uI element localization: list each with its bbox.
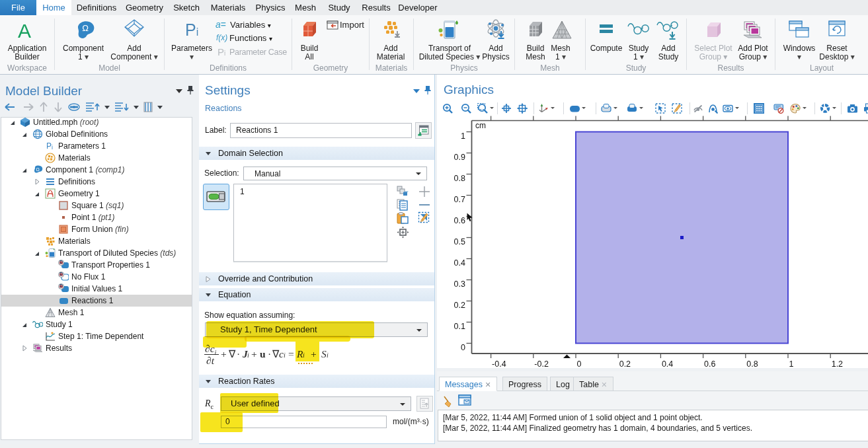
svg-text:1: 1: [789, 359, 794, 368]
svg-text:P: P: [46, 141, 52, 151]
svg-text:Ω: Ω: [82, 23, 89, 33]
svg-text:0.9: 0.9: [454, 153, 465, 162]
svg-text:0: 0: [461, 343, 465, 352]
svg-text:0.4: 0.4: [662, 359, 673, 368]
svg-text:0.3: 0.3: [454, 280, 465, 289]
svg-text:1.2: 1.2: [832, 359, 843, 368]
svg-text:0.2: 0.2: [454, 301, 465, 310]
svg-text:cm: cm: [475, 121, 486, 130]
svg-text:0.2: 0.2: [619, 359, 631, 368]
svg-text:Ω: Ω: [36, 167, 39, 172]
svg-text:0.4: 0.4: [454, 258, 465, 268]
svg-text:-0.2: -0.2: [534, 359, 549, 368]
svg-text:0.5: 0.5: [454, 237, 465, 246]
svg-text:D: D: [59, 272, 63, 276]
svg-text:0.8: 0.8: [454, 174, 465, 183]
svg-text:D: D: [59, 283, 63, 288]
svg-text:D: D: [59, 260, 63, 264]
svg-text:0.7: 0.7: [454, 195, 465, 204]
svg-text:0.6: 0.6: [454, 216, 465, 225]
svg-text:0.6: 0.6: [704, 359, 715, 368]
svg-text:0.8: 0.8: [746, 359, 758, 368]
svg-text:i: i: [52, 144, 53, 151]
svg-text:0: 0: [577, 359, 582, 368]
svg-text:0.1: 0.1: [454, 322, 465, 331]
svg-text:1: 1: [461, 131, 465, 141]
svg-text:-0.4: -0.4: [492, 359, 506, 368]
